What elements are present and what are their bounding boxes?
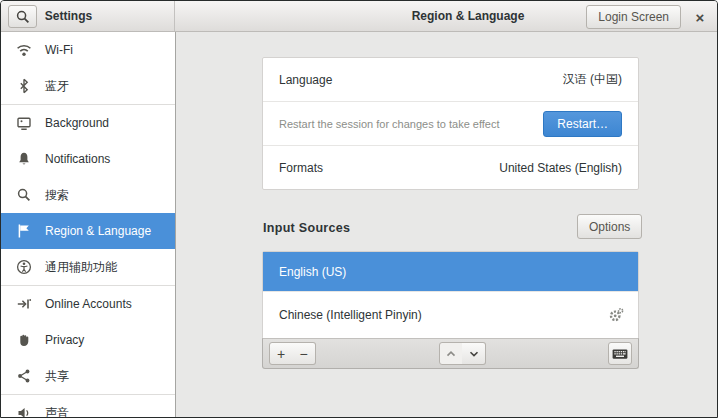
- sidebar-item-label: 共享: [45, 368, 69, 385]
- search-icon: [15, 9, 31, 25]
- login-screen-button[interactable]: Login Screen: [586, 5, 681, 29]
- language-value: 汉语 (中国): [563, 71, 622, 88]
- sidebar-item-label: Notifications: [45, 152, 110, 166]
- sound-icon: [16, 405, 32, 417]
- restart-button[interactable]: Restart…: [543, 111, 622, 137]
- sidebar-item-label: Region & Language: [45, 224, 151, 238]
- chevron-up-icon: [444, 347, 458, 361]
- notifications-icon: [16, 151, 32, 167]
- formats-label: Formats: [279, 161, 323, 175]
- language-label: Language: [279, 73, 332, 87]
- region-language-panel: Language 汉语 (中国) Restart the session for…: [176, 32, 717, 417]
- sidebar-item-privacy[interactable]: Privacy: [1, 322, 175, 358]
- input-source-row-chinese[interactable]: Chinese (Intelligent Pinyin): [263, 291, 638, 338]
- app-body: Wi-Fi 蓝牙 Backg: [1, 32, 717, 417]
- show-keyboard-layout-button[interactable]: [608, 342, 632, 365]
- sidebar-item-region-language[interactable]: Region & Language: [1, 213, 175, 249]
- app-title: Settings: [45, 9, 92, 23]
- background-icon: [16, 115, 32, 131]
- sidebar-item-sharing[interactable]: 共享: [1, 358, 175, 394]
- region-language-icon: [16, 223, 32, 239]
- sidebar-item-notifications[interactable]: Notifications: [1, 141, 175, 177]
- headerbar-right: Region & Language Login Screen ×: [175, 1, 717, 31]
- formats-value: United States (English): [499, 161, 622, 175]
- formats-row[interactable]: Formats United States (English): [263, 145, 638, 189]
- input-source-settings-icon[interactable]: [608, 307, 624, 323]
- remove-input-source-button[interactable]: −: [292, 342, 316, 365]
- sidebar: Wi-Fi 蓝牙 Backg: [1, 32, 176, 417]
- sidebar-item-label: Wi-Fi: [45, 43, 73, 57]
- headerbar: Settings Region & Language Login Screen …: [1, 1, 717, 32]
- keyboard-icon: [612, 346, 628, 362]
- input-source-label: English (US): [279, 265, 346, 279]
- language-row[interactable]: Language 汉语 (中国): [263, 58, 638, 101]
- sidebar-item-label: 通用辅助功能: [45, 259, 117, 276]
- search-icon: [16, 187, 32, 203]
- wifi-icon: [16, 42, 32, 58]
- sidebar-item-background[interactable]: Background: [1, 105, 175, 141]
- input-sources-toolbar: + −: [262, 338, 639, 369]
- input-sources-list: English (US) Chinese (Intelligent Pinyin…: [262, 251, 639, 339]
- universal-access-icon: [16, 259, 32, 275]
- privacy-icon: [16, 332, 32, 348]
- sidebar-item-label: 搜索: [45, 187, 69, 204]
- online-accounts-icon: [16, 296, 32, 312]
- sidebar-item-online-accounts[interactable]: Online Accounts: [1, 286, 175, 322]
- sharing-icon: [16, 368, 32, 384]
- close-button[interactable]: ×: [689, 6, 711, 28]
- search-button[interactable]: [8, 5, 37, 28]
- restart-notice: Restart the session for changes to take …: [279, 118, 500, 130]
- sidebar-item-wifi[interactable]: Wi-Fi: [1, 32, 175, 68]
- page-title: Region & Language: [412, 9, 525, 23]
- restart-row: Restart the session for changes to take …: [263, 101, 638, 145]
- input-source-label: Chinese (Intelligent Pinyin): [279, 308, 422, 322]
- move-source-up-button[interactable]: [439, 342, 463, 365]
- input-source-row-english[interactable]: English (US): [263, 252, 638, 291]
- sidebar-item-label: Online Accounts: [45, 297, 132, 311]
- sidebar-item-universal-access[interactable]: 通用辅助功能: [1, 249, 175, 285]
- chevron-down-icon: [467, 347, 481, 361]
- sidebar-item-sound[interactable]: 声音: [1, 395, 175, 417]
- sidebar-item-search[interactable]: 搜索: [1, 177, 175, 213]
- sidebar-item-label: Privacy: [45, 333, 84, 347]
- bluetooth-icon: [16, 78, 32, 94]
- sidebar-item-label: Background: [45, 116, 109, 130]
- sidebar-item-label: 蓝牙: [45, 78, 69, 95]
- sidebar-item-label: 声音: [45, 405, 69, 418]
- settings-window: Settings Region & Language Login Screen …: [0, 0, 718, 418]
- input-sources-options-button[interactable]: Options: [577, 214, 642, 239]
- language-card: Language 汉语 (中国) Restart the session for…: [262, 57, 639, 190]
- sidebar-item-bluetooth[interactable]: 蓝牙: [1, 68, 175, 104]
- move-source-down-button[interactable]: [462, 342, 486, 365]
- add-input-source-button[interactable]: +: [269, 342, 293, 365]
- input-sources-title: Input Sources: [263, 221, 350, 235]
- headerbar-left: Settings: [1, 1, 175, 31]
